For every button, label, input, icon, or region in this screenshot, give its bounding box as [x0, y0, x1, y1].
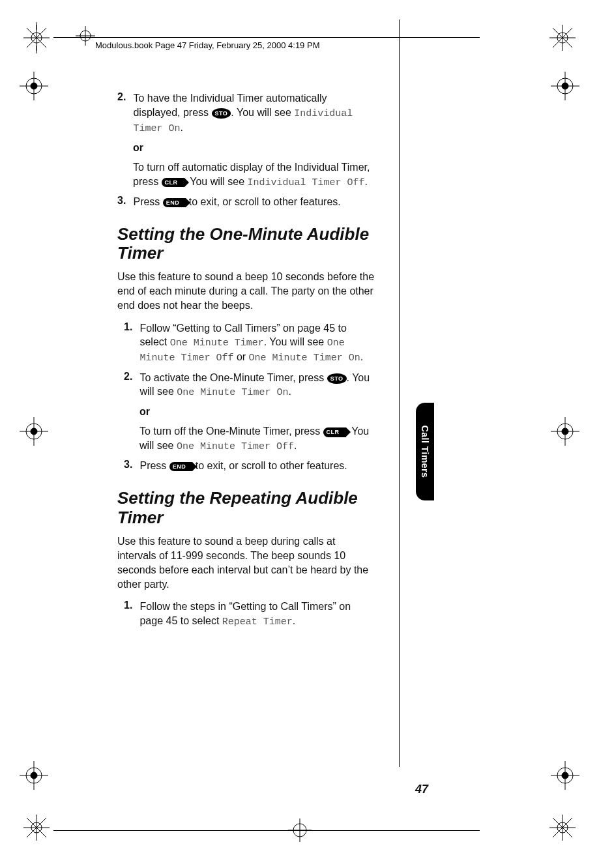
- registration-mark-icon: [20, 761, 48, 790]
- or-separator: or: [133, 142, 377, 154]
- crop-line: [53, 37, 480, 38]
- list-item: 1. Follow the steps in “Getting to Call …: [124, 600, 377, 629]
- body-text: . You will see: [184, 176, 248, 187]
- end-key-icon: END: [169, 462, 193, 471]
- body-text: To turn off automatic display of the Ind…: [133, 160, 377, 190]
- body-text: .: [293, 615, 295, 626]
- list-number: 2.: [117, 91, 130, 103]
- registration-mark-icon: [547, 812, 578, 846]
- display-output: One Minute Timer Off: [177, 441, 294, 452]
- body-text: .: [360, 351, 363, 362]
- list-item: 3. Press END to exit, or scroll to other…: [117, 195, 377, 209]
- clr-key-icon: CLR: [162, 178, 184, 187]
- registration-mark-icon: [547, 22, 578, 56]
- body-text: .: [365, 176, 368, 187]
- body-text: to exit, or scroll to other features.: [189, 196, 341, 207]
- sto-key-icon: STO: [212, 108, 231, 119]
- list-number: 1.: [124, 321, 137, 333]
- list-number: 3.: [117, 195, 130, 207]
- list-number: 3.: [124, 459, 137, 470]
- end-key-icon: END: [163, 198, 186, 207]
- list-item: 2. To activate the One-Minute Timer, pre…: [124, 371, 377, 400]
- section-tab: Call Timers: [416, 403, 434, 500]
- crop-line: [53, 830, 480, 831]
- body-text: To activate the One-Minute Timer, press: [139, 372, 327, 383]
- body-text: to exit, or scroll to other features.: [196, 460, 347, 471]
- list-number: 1.: [124, 600, 137, 611]
- section-heading: Setting the One-Minute Audible Timer: [117, 225, 377, 264]
- registration-mark-icon: [20, 72, 48, 100]
- body-text: .: [288, 386, 291, 397]
- display-output: Repeat Timer: [222, 616, 293, 628]
- registration-mark-icon: [551, 72, 579, 100]
- body-text: To turn off the One-Minute Timer, press …: [139, 424, 377, 454]
- page-number: 47: [415, 783, 428, 796]
- registration-mark-icon: [551, 761, 579, 790]
- body-text: To turn off the One-Minute Timer, press: [139, 426, 323, 437]
- body-text: .: [180, 122, 183, 133]
- section-tab-label: Call Timers: [420, 426, 430, 478]
- body-text: . You will see: [231, 107, 294, 118]
- body-text: . You will see: [264, 336, 327, 347]
- registration-mark-icon: [20, 417, 48, 446]
- registration-mark-icon: [21, 812, 52, 846]
- sto-key-icon: STO: [327, 373, 347, 384]
- body-paragraph: Use this feature to sound a beep during …: [117, 534, 377, 592]
- body-text: or: [233, 351, 248, 362]
- list-item: 2. To have the Individual Timer automati…: [117, 91, 377, 136]
- display-output: One Minute Timer On: [249, 353, 360, 364]
- section-heading: Setting the Repeating Audible Timer: [117, 489, 377, 528]
- list-item: 3. Press END to exit, or scroll to other…: [124, 459, 377, 473]
- page-divider: [399, 20, 400, 767]
- list-number: 2.: [124, 371, 137, 383]
- body-text: .: [294, 440, 297, 451]
- crop-tick-icon: [76, 26, 95, 46]
- display-output: Individual Timer Off: [248, 177, 365, 188]
- body-text: Press: [133, 196, 162, 207]
- registration-mark-icon: [21, 22, 52, 56]
- or-separator: or: [139, 406, 377, 418]
- body-text: Press: [139, 460, 169, 471]
- text-column: 2. To have the Individual Timer automati…: [117, 91, 377, 633]
- list-item: 1. Follow “Getting to Call Timers” on pa…: [124, 321, 377, 366]
- body-paragraph: Use this feature to sound a beep 10 seco…: [117, 270, 377, 313]
- clr-key-icon: CLR: [323, 427, 346, 437]
- header-crop-info: Modulous.book Page 47 Friday, February 2…: [95, 40, 319, 50]
- registration-mark-icon: [551, 417, 579, 446]
- display-output: One Minute Timer: [170, 338, 264, 349]
- document-page: Modulous.book Page 47 Friday, February 2…: [0, 0, 599, 868]
- display-output: One Minute Timer On: [177, 387, 288, 398]
